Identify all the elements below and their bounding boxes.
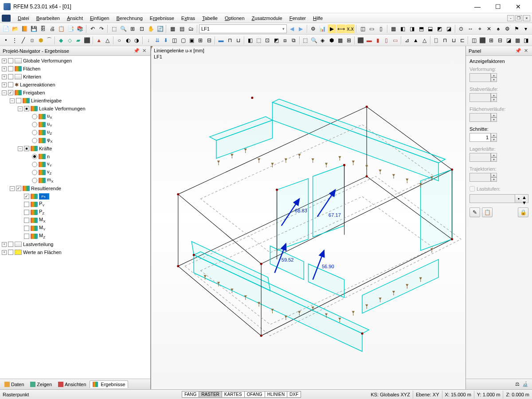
anim-icon[interactable]: ▶ bbox=[328, 24, 336, 33]
calc-icon[interactable]: ⚙ bbox=[309, 24, 318, 33]
menu-tabelle[interactable]: Tabelle bbox=[199, 15, 221, 22]
edit2-icon[interactable]: ⊓ bbox=[226, 36, 234, 45]
checkbox[interactable]: ✓ bbox=[16, 186, 21, 191]
expand-icon[interactable]: + bbox=[2, 82, 7, 87]
checkbox[interactable] bbox=[24, 226, 29, 231]
load6-icon[interactable]: ▣ bbox=[188, 36, 196, 45]
panel-tab-icon[interactable]: ⚖ bbox=[515, 381, 520, 387]
tree-item[interactable]: Kräfte bbox=[39, 146, 52, 151]
tree-item-selected[interactable]: Px bbox=[39, 193, 49, 200]
g2-icon[interactable]: ▲ bbox=[411, 36, 420, 45]
line-icon[interactable]: ╱ bbox=[19, 36, 27, 45]
node-icon[interactable]: • bbox=[2, 36, 10, 45]
menu-hilfe[interactable]: Hilfe bbox=[309, 15, 326, 22]
collapse-icon[interactable]: − bbox=[18, 106, 23, 111]
viewport-3d[interactable]: Liniengelenke u-x [mm]LF1 bbox=[151, 46, 466, 389]
t2-icon[interactable]: ◧ bbox=[398, 24, 407, 33]
prev-icon[interactable]: ◀ bbox=[287, 24, 296, 33]
tool1-icon[interactable]: ◧ bbox=[246, 36, 254, 45]
dim-icon[interactable]: ↔ bbox=[466, 24, 475, 33]
edit-button[interactable]: ✎ bbox=[469, 207, 480, 217]
tab-ergebnisse[interactable]: Ergebnisse bbox=[90, 380, 128, 388]
redo-icon[interactable]: ↷ bbox=[97, 24, 106, 33]
v1-icon[interactable]: ⬚ bbox=[301, 36, 310, 45]
surf2-icon[interactable]: ▰ bbox=[74, 36, 83, 45]
h2-icon[interactable]: ⊓ bbox=[441, 36, 449, 45]
tool5-icon[interactable]: ⧈ bbox=[281, 36, 289, 45]
collapse-icon[interactable]: − bbox=[10, 98, 15, 103]
flag-icon[interactable]: ⚑ bbox=[512, 24, 521, 33]
menu-ergebnisse[interactable]: Ergebnisse bbox=[146, 15, 178, 22]
t3-icon[interactable]: ◨ bbox=[407, 24, 416, 33]
menu-extras[interactable]: Extras bbox=[178, 15, 199, 22]
navigator-tree[interactable]: +Globale Verformungen +Flächen +Kriterie… bbox=[0, 56, 150, 379]
minimize-button[interactable]: — bbox=[467, 1, 488, 12]
expand-icon[interactable]: + bbox=[2, 66, 7, 71]
tree-item[interactable]: MZ bbox=[39, 233, 45, 239]
stab-kartes[interactable]: KARTES bbox=[222, 391, 245, 398]
tool4-icon[interactable]: ◩ bbox=[272, 36, 281, 45]
axes-icon[interactable]: ⌖ bbox=[475, 24, 484, 33]
more-icon[interactable]: ▾ bbox=[521, 24, 530, 33]
v4-icon[interactable]: ⬢ bbox=[327, 36, 336, 45]
stab-dxf[interactable]: DXF bbox=[287, 391, 301, 398]
render5-icon[interactable]: ◪ bbox=[505, 36, 513, 45]
laststufen-check[interactable]: Laststufen: bbox=[469, 186, 528, 192]
glyph-icon[interactable]: ♠ bbox=[494, 24, 503, 33]
tree-item[interactable]: Freigaben bbox=[23, 90, 45, 95]
render1-icon[interactable]: ◫ bbox=[470, 36, 478, 45]
table-icon[interactable]: ▤ bbox=[177, 24, 186, 33]
menu-optionen[interactable]: Optionen bbox=[221, 15, 248, 22]
loadcase-dropdown[interactable]: LF1 bbox=[199, 24, 287, 33]
tree-item[interactable]: Flächen bbox=[23, 66, 40, 71]
tree-item[interactable]: Lokale Verformungen bbox=[39, 106, 86, 111]
spinner-verformung[interactable]: ▲▼ bbox=[469, 73, 528, 82]
tree-item[interactable]: uY bbox=[47, 121, 52, 128]
doc-icon[interactable]: 📋 bbox=[57, 24, 66, 33]
mdi-close[interactable]: × bbox=[523, 15, 530, 21]
v6-icon[interactable]: ⊞ bbox=[344, 36, 353, 45]
layers-icon[interactable]: 📚 bbox=[76, 24, 85, 33]
undo-icon[interactable]: ↶ bbox=[88, 24, 97, 33]
render2-icon[interactable]: ⬛ bbox=[478, 36, 487, 45]
load1-icon[interactable]: ↓ bbox=[145, 36, 153, 45]
v3-icon[interactable]: ◈ bbox=[319, 36, 327, 45]
pin-icon[interactable]: 📌 bbox=[515, 48, 521, 54]
checkbox[interactable] bbox=[24, 218, 29, 223]
checkbox[interactable]: ■ bbox=[24, 146, 29, 151]
load8-icon[interactable]: ⊟ bbox=[205, 36, 214, 45]
close-panel-icon[interactable]: ✕ bbox=[142, 48, 146, 54]
mdi-restore[interactable]: ❐ bbox=[515, 15, 522, 21]
tree-item[interactable]: PZ bbox=[39, 209, 44, 215]
h3-icon[interactable]: ⊔ bbox=[450, 36, 458, 45]
save-icon[interactable]: 💾 bbox=[30, 24, 39, 33]
collapse-icon[interactable]: − bbox=[10, 186, 15, 191]
stab-fang[interactable]: FANG bbox=[182, 391, 199, 398]
rigid-icon[interactable]: ◑ bbox=[133, 36, 141, 45]
tree-item[interactable]: PY bbox=[39, 201, 45, 207]
tree-item[interactable]: uZ bbox=[47, 129, 52, 136]
tab-zeigen[interactable]: Zeigen bbox=[27, 381, 55, 388]
stab-raster[interactable]: RASTER bbox=[199, 391, 222, 398]
tree-item[interactable]: Lastverteilung bbox=[23, 242, 54, 247]
menu-zusatzmodule[interactable]: Zusatzmodule bbox=[248, 15, 286, 22]
model-canvas[interactable]: 68.83 67.17 59.52 56.90 bbox=[151, 46, 466, 392]
radio[interactable] bbox=[32, 154, 37, 159]
load5-icon[interactable]: ▢ bbox=[179, 36, 188, 45]
node2-icon[interactable]: ⋮ bbox=[11, 36, 19, 45]
radio[interactable] bbox=[32, 162, 37, 167]
h4-icon[interactable]: ⊏ bbox=[458, 36, 466, 45]
tree-item[interactable]: Globale Verformungen bbox=[23, 58, 72, 63]
tree-item[interactable]: vY bbox=[47, 161, 52, 168]
front-icon[interactable]: ▭ bbox=[368, 24, 376, 33]
tree-item[interactable]: Werte an Flächen bbox=[23, 250, 62, 255]
navigator-icon[interactable]: 🗂 bbox=[187, 24, 196, 33]
close-button[interactable]: ✕ bbox=[508, 1, 528, 12]
member-icon[interactable]: ◆ bbox=[57, 36, 65, 45]
load7-icon[interactable]: ⊞ bbox=[196, 36, 205, 45]
support-icon[interactable]: ▲ bbox=[95, 36, 103, 45]
next-icon[interactable]: ▶ bbox=[297, 24, 305, 33]
radio[interactable] bbox=[32, 138, 37, 143]
rotate-icon[interactable]: 🔄 bbox=[156, 24, 165, 33]
tree-item[interactable]: Resultierende bbox=[31, 186, 61, 191]
